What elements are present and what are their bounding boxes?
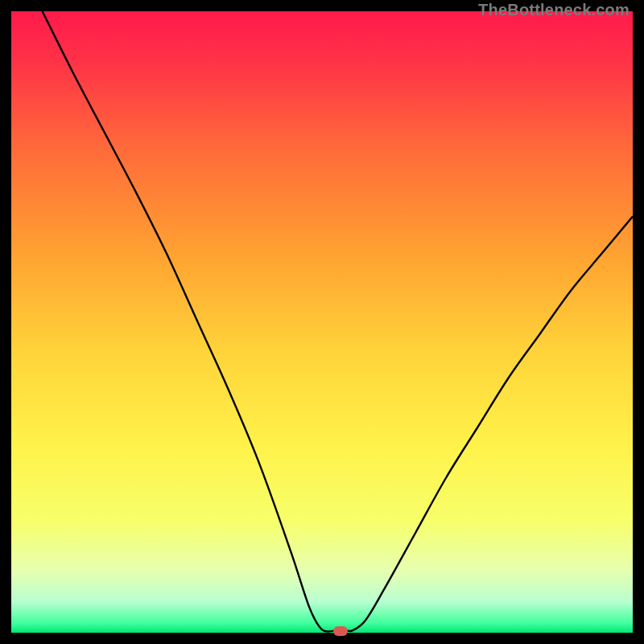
bottleneck-curve [11, 11, 633, 633]
bottleneck-curve-path [43, 11, 633, 632]
current-point-marker [333, 626, 348, 636]
chart-frame: TheBottleneck.com [11, 11, 633, 633]
